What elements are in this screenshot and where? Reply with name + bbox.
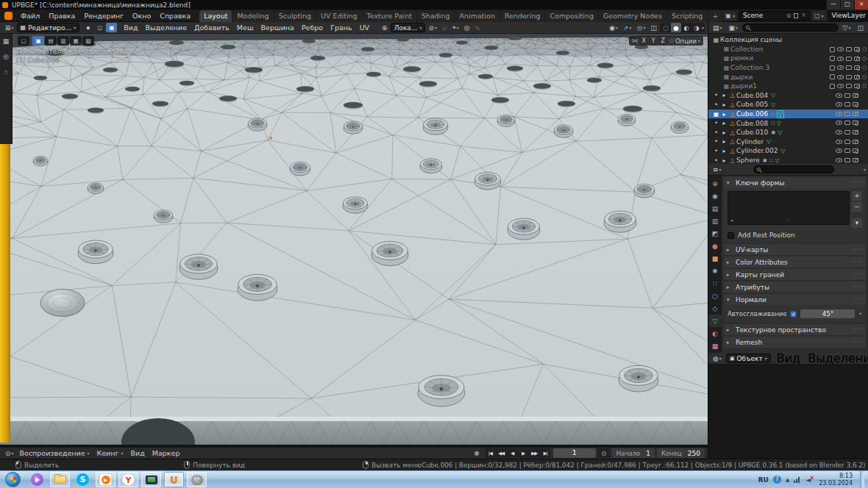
hide-eye-icon[interactable]	[837, 47, 844, 51]
expand-arrow-icon[interactable]: ▸	[720, 120, 728, 126]
workspace-tab[interactable]: Sculpting	[274, 10, 316, 22]
workspace-tab[interactable]: Modeling	[232, 10, 273, 22]
scene-field[interactable]: Scene ×	[739, 11, 810, 21]
outliner-row-collection[interactable]: ▦дырки1	[708, 82, 868, 91]
hide-eye-icon[interactable]	[836, 121, 842, 125]
volume-muted-icon[interactable]: ◄	[805, 476, 811, 484]
viewlayer-field[interactable]: ViewLayer ×	[828, 11, 868, 21]
snap-with-icon[interactable]: ⌖▾	[450, 23, 461, 32]
stopwatch-icon[interactable]: ⊙	[598, 448, 610, 458]
add-shape-key-button[interactable]: +	[852, 191, 862, 201]
expand-arrow-icon[interactable]: ▸	[720, 157, 728, 164]
render-disable-icon[interactable]	[854, 65, 860, 70]
pin-icon[interactable]	[787, 14, 791, 18]
blender-logo-icon[interactable]	[4, 12, 13, 20]
render-disable-icon[interactable]	[853, 158, 858, 162]
shader-menu-item[interactable]: Выделение	[804, 353, 868, 365]
panel-header[interactable]: ▾Нормали····	[724, 294, 866, 305]
options-dropdown[interactable]: Опции ▾	[675, 37, 700, 45]
viewport-menu-item[interactable]: UV	[356, 22, 373, 34]
viewport-menu-item[interactable]: Добавить	[191, 22, 233, 34]
viewport-disable-icon[interactable]	[844, 112, 850, 116]
outliner-row-object[interactable]: ▣▸△Cube.006∷▽	[708, 110, 868, 119]
hide-eye-icon[interactable]	[836, 158, 842, 162]
hide-eye-icon[interactable]	[837, 75, 844, 79]
properties-tab-world[interactable]: ●	[708, 240, 722, 252]
select-mode-option-icon[interactable]: ▤	[45, 36, 57, 46]
show-desktop-button[interactable]	[860, 471, 864, 488]
properties-tab-tool[interactable]: ⊕	[708, 177, 722, 190]
timeline-editor-type-icon[interactable]: ⊙▾	[3, 448, 16, 458]
timeline-menu-item[interactable]: Вид	[127, 449, 148, 457]
solid-shading-icon[interactable]: ●	[671, 23, 681, 32]
maximize-button[interactable]: ▢	[840, 0, 854, 10]
render-disable-icon[interactable]	[853, 130, 858, 134]
holdout-icon[interactable]	[862, 75, 867, 79]
taskbar-app-yandex-browser[interactable]: Y	[118, 472, 138, 487]
render-disable-icon[interactable]	[853, 112, 858, 116]
mirror-axis-button[interactable]: X	[639, 37, 648, 45]
taskbar-app-upbge[interactable]: U	[164, 472, 184, 487]
mirror-axis-button[interactable]: Z	[658, 37, 667, 45]
unlink-scene-icon[interactable]: ×	[801, 12, 806, 18]
panel-header[interactable]: ▸UV-карты····	[724, 244, 866, 255]
animate-property-dot[interactable]: •	[858, 311, 862, 317]
hide-eye-icon[interactable]	[836, 148, 842, 153]
select-mode-option-icon[interactable]: ▣	[32, 36, 44, 46]
select-mode-option-icon[interactable]: ▥	[57, 36, 69, 46]
material-shading-icon[interactable]: ◐	[681, 23, 691, 32]
outliner-row-object[interactable]: •▸△Cube.008∷▽	[708, 118, 868, 128]
frame-end-field[interactable]: Конец 250	[657, 448, 705, 458]
properties-options-icon[interactable]: ▾	[864, 167, 866, 172]
panel-header[interactable]: ▸Color Attributes····	[724, 256, 866, 268]
taskbar-app-media-player[interactable]: ▶	[96, 472, 115, 487]
frame-start-field[interactable]: Начало 1	[612, 448, 655, 458]
viewport-disable-icon[interactable]	[846, 65, 852, 70]
properties-tab-render[interactable]: ◉	[708, 190, 722, 202]
shape-key-specials-icon[interactable]: ▾	[852, 218, 862, 228]
autosmooth-checkbox[interactable]: ✓	[790, 311, 797, 317]
filter-icon[interactable]: ▽▾	[841, 23, 853, 32]
current-frame-field[interactable]: 1	[553, 448, 596, 458]
help-tray-icon[interactable]: ?	[773, 476, 781, 484]
exclude-checkbox[interactable]	[830, 74, 835, 79]
outliner-filter-id-icon[interactable]: ▣▾	[727, 23, 741, 32]
select-mode-option-icon[interactable]: ▦	[70, 36, 82, 46]
start-button[interactable]	[5, 472, 21, 487]
outliner-row-object[interactable]: •▸△Cylinder.002▽	[708, 146, 868, 156]
proportional-editing-icon[interactable]: ◎	[462, 23, 472, 32]
hand-tool-icon[interactable]: ☝	[4, 68, 7, 76]
timeline-menu-item[interactable]: Воспроизведение▾	[16, 449, 93, 457]
expand-arrow-icon[interactable]: ▸	[720, 92, 728, 98]
viewport-disable-icon[interactable]	[846, 84, 852, 88]
render-disable-icon[interactable]	[854, 84, 860, 88]
edge-select-icon[interactable]: ◫	[94, 23, 105, 32]
workspace-tab[interactable]: Shading	[417, 10, 455, 22]
scene-browse-icon[interactable]: ▣▾	[723, 11, 737, 21]
overlays-icon[interactable]: ◎▾	[635, 23, 648, 32]
panel-header[interactable]: ▾Ключи формы····	[724, 177, 866, 188]
properties-search-input[interactable]	[753, 165, 834, 173]
viewport-disable-icon[interactable]	[844, 93, 850, 98]
wireframe-shading-icon[interactable]: ◌	[661, 23, 671, 32]
auto-keying-icon[interactable]: ●	[472, 448, 483, 458]
viewport-disable-icon[interactable]	[844, 140, 850, 144]
viewport-menu-item[interactable]: Вершина	[257, 22, 298, 34]
network-icon[interactable]	[794, 476, 801, 483]
properties-tab-constraints[interactable]: ◇	[708, 302, 722, 315]
magnet-snap-icon[interactable]: ∪	[440, 23, 449, 32]
shader-editor-canvas[interactable]	[708, 365, 868, 459]
workspace-tab[interactable]: UV Editing	[316, 10, 362, 22]
list-expand-icon[interactable]: ▸	[731, 218, 734, 223]
exclude-checkbox[interactable]	[830, 56, 835, 61]
active-tool-select-box-icon[interactable]: ▢	[18, 36, 29, 46]
properties-editor-type-icon[interactable]: ≡▾	[711, 165, 724, 174]
hide-eye-icon[interactable]	[836, 112, 842, 116]
viewport-disable-icon[interactable]	[846, 47, 852, 51]
render-disable-icon[interactable]	[853, 93, 858, 98]
shape-keys-list[interactable]: ▸∷	[728, 191, 850, 225]
play-button[interactable]: ▶	[518, 448, 529, 458]
holdout-icon[interactable]	[862, 57, 867, 61]
remove-shape-key-button[interactable]: −	[852, 202, 862, 212]
properties-tab-scene[interactable]: ◩	[708, 227, 722, 240]
